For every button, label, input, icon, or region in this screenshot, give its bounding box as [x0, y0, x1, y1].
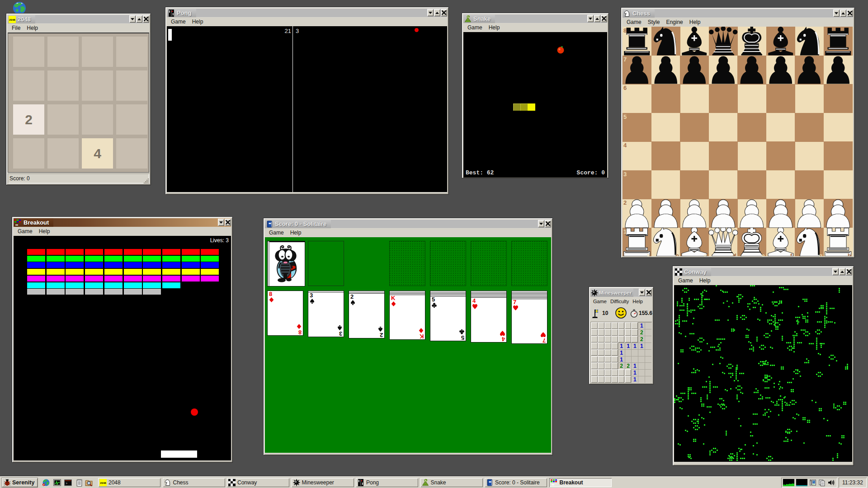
svg-text:2048: 2048 [100, 482, 106, 484]
svg-text:2048: 2048 [9, 19, 15, 21]
svg-text:>: > [66, 482, 67, 485]
